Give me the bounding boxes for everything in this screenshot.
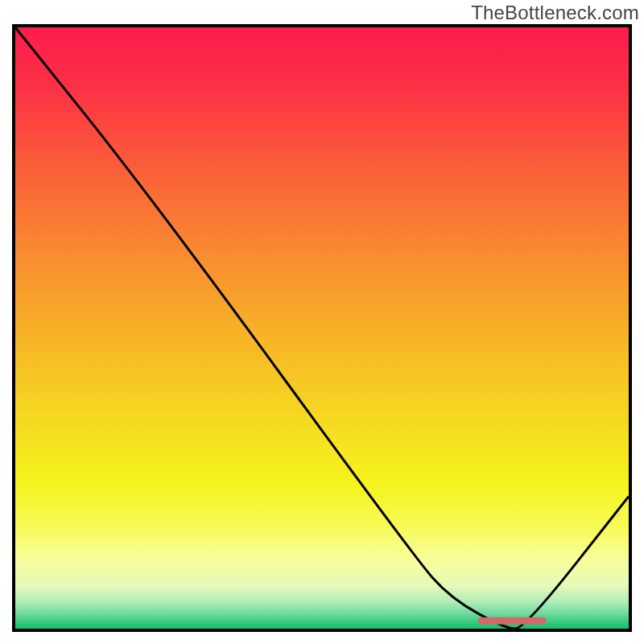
chart-frame: TheBottleneck.com: [0, 0, 644, 644]
plot-area: [12, 24, 632, 632]
watermark-text: TheBottleneck.com: [471, 2, 639, 24]
chart-svg: [15, 27, 629, 629]
gradient-background: [15, 27, 629, 629]
